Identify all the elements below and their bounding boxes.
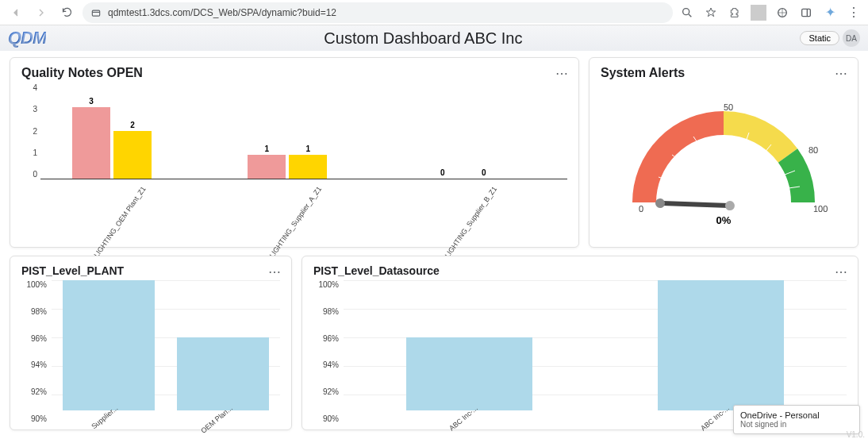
bar-value: 0 — [465, 168, 503, 177]
bar-value: 3 — [72, 97, 110, 106]
axis-tick: 0 — [21, 170, 37, 179]
axis-tick: 100% — [21, 280, 47, 289]
card-system-alerts: System Alerts ⋯ 0 50 80 100 — [589, 57, 858, 248]
address-bar[interactable]: qdmtest1.3dcs.com/DCS_Web/SPA/dynamic?bu… — [83, 2, 673, 23]
card-title: Quality Notes OPEN — [21, 66, 567, 80]
axis-tick: 4 — [21, 83, 37, 92]
pist-plant-chart: 100% 98% 96% 94% 92% 90% Supplier... — [21, 280, 280, 423]
gauge-tick: 100 — [813, 204, 828, 214]
svg-rect-0 — [92, 10, 99, 16]
pist-ds-chart: 100% 98% 96% 94% 92% 90% ABC Inc-... — [313, 280, 847, 423]
back-button[interactable] — [6, 3, 25, 22]
static-mode-button[interactable]: Static — [800, 31, 839, 45]
reload-button[interactable] — [57, 3, 76, 22]
card-pist-plant: PIST_Level_PLANT ⋯ 100% 98% 96% 94% 92% … — [10, 256, 292, 430]
category-label: LIGHTING_Supplier_A_Z1 — [267, 185, 323, 259]
svg-rect-5 — [802, 9, 811, 16]
card-title: PIST_Level_PLANT — [21, 264, 280, 277]
browser-toolbar: qdmtest1.3dcs.com/DCS_Web/SPA/dynamic?bu… — [0, 0, 868, 25]
axis-tick: 94% — [313, 360, 339, 369]
zoom-icon[interactable] — [679, 5, 695, 21]
version-label: V1.0. — [847, 430, 865, 439]
sidepanel-icon[interactable] — [798, 5, 814, 21]
axis-tick: 2 — [21, 127, 37, 136]
toolbar-divider — [751, 5, 766, 21]
axis-tick: 96% — [21, 334, 47, 343]
axis-tick: 90% — [21, 414, 47, 423]
toast-subtitle: Not signed in — [740, 420, 853, 429]
axis-tick: 96% — [313, 334, 339, 343]
app-icon[interactable]: ✦ — [822, 5, 838, 21]
quality-notes-chart: 4 3 2 1 0 3 2 LIGHTING_OEM Plant_Z1 — [21, 83, 567, 242]
gauge-tick: 50 — [724, 102, 733, 112]
screenshot-icon[interactable] — [774, 5, 790, 21]
app-header: QDM Custom Dashboard ABC Inc Static DA — [0, 25, 868, 51]
bar-value: 2 — [113, 121, 152, 129]
bar-value: 1 — [248, 144, 286, 153]
category-label: LIGHTING_OEM Plant_Z1 — [92, 185, 147, 259]
category-label: LIGHTING_Supplier_B_Z1 — [444, 185, 499, 259]
axis-tick: 3 — [21, 105, 37, 114]
axis-tick: 1 — [21, 148, 37, 157]
address-text: qdmtest1.3dcs.com/DCS_Web/SPA/dynamic?bu… — [108, 7, 336, 18]
gauge-value: 0% — [601, 214, 847, 226]
axis-tick: 94% — [21, 360, 47, 369]
gauge-tick: 0 — [639, 204, 643, 214]
axis-tick: 92% — [21, 387, 47, 396]
axis-tick: 98% — [21, 307, 47, 316]
site-info-icon — [90, 7, 102, 18]
card-menu-icon[interactable]: ⋯ — [835, 66, 848, 81]
card-menu-icon[interactable]: ⋯ — [835, 264, 848, 279]
card-menu-icon[interactable]: ⋯ — [268, 264, 282, 279]
user-avatar[interactable]: DA — [843, 29, 860, 47]
extensions-icon[interactable] — [727, 5, 743, 21]
card-title: System Alerts — [601, 66, 847, 80]
card-quality-notes: Quality Notes OPEN ⋯ 4 3 2 1 0 3 — [10, 57, 579, 248]
page-title: Custom Dashboard ABC Inc — [46, 29, 800, 48]
forward-button[interactable] — [32, 3, 51, 22]
onedrive-toast[interactable]: OneDrive - Personal Not signed in — [733, 405, 860, 434]
card-title: PIST_Level_Datasource — [313, 264, 847, 277]
card-menu-icon[interactable]: ⋯ — [555, 66, 569, 81]
svg-line-8 — [672, 155, 682, 162]
system-alerts-gauge: 0 50 80 100 0% — [601, 83, 847, 234]
axis-tick: 92% — [313, 387, 339, 396]
bar-value: 1 — [289, 144, 327, 153]
axis-tick: 98% — [313, 307, 339, 316]
bookmark-icon[interactable] — [703, 5, 719, 21]
axis-tick: 90% — [313, 414, 339, 423]
bar-value: 0 — [424, 168, 462, 177]
toast-title: OneDrive - Personal — [740, 410, 853, 420]
kebab-menu-icon[interactable]: ⋮ — [846, 5, 862, 21]
svg-line-3 — [689, 14, 691, 17]
card-pist-datasource: PIST_Level_Datasource ⋯ 100% 98% 96% 94%… — [301, 256, 858, 430]
axis-tick: 100% — [313, 280, 339, 289]
app-logo: QDM — [8, 28, 46, 48]
svg-point-2 — [683, 8, 689, 14]
gauge-tick: 80 — [808, 145, 818, 155]
